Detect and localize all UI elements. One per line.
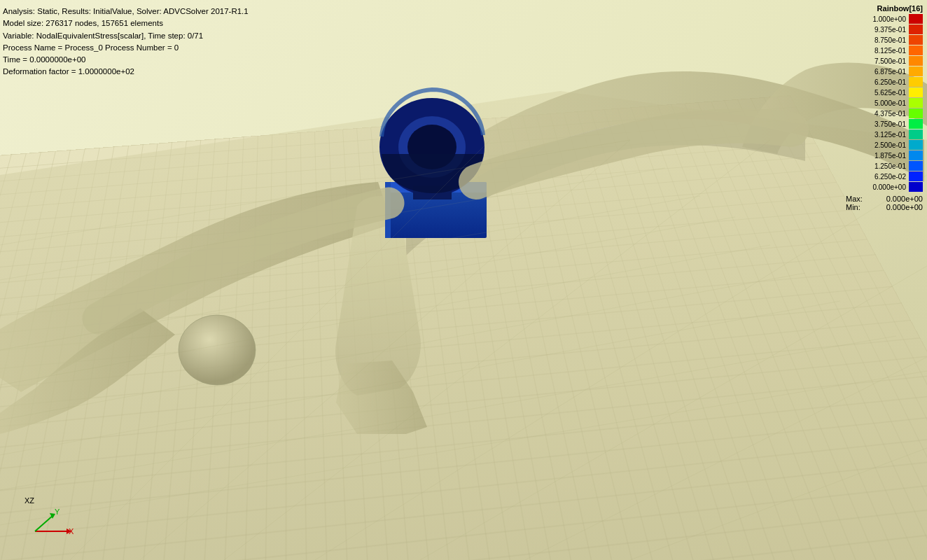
- legend-entry: 6.250e-01: [846, 77, 923, 87]
- legend-entry: 3.125e-01: [846, 130, 923, 139]
- legend-entry-label: 2.500e-01: [860, 141, 906, 149]
- min-value: 0.000e+00: [886, 203, 923, 211]
- legend-stats: Max: 0.000e+00 Min: 0.000e+00: [846, 195, 923, 211]
- legend-entry: 3.750e-01: [846, 119, 923, 129]
- legend-entry-label: 1.250e-01: [860, 162, 906, 170]
- legend-entry: 2.500e-01: [846, 140, 923, 150]
- legend-entry: 8.750e-01: [846, 35, 923, 45]
- legend-entry: 1.250e-01: [846, 161, 923, 171]
- info-overlay: Analysis: Static, Results: InitialValue,…: [3, 6, 249, 78]
- legend-entry-label: 8.125e-01: [860, 47, 906, 55]
- legend-color-swatch: [909, 24, 923, 34]
- xz-label: XZ: [25, 496, 34, 505]
- max-value: 0.000e+00: [886, 195, 923, 203]
- deformation-line: Deformation factor = 1.0000000e+02: [3, 66, 249, 78]
- legend-color-swatch: [909, 56, 923, 66]
- svg-text:X: X: [69, 527, 74, 536]
- legend-entry-label: 6.250e-02: [860, 173, 906, 181]
- legend-entry-label: 0.000e+00: [860, 183, 906, 191]
- axis-indicator: XZ X Y: [21, 495, 77, 546]
- legend-entry: 1.875e-01: [846, 150, 923, 160]
- legend-entry-label: 9.375e-01: [860, 26, 906, 34]
- legend-color-swatch: [909, 140, 923, 150]
- legend-entry-label: 3.750e-01: [860, 120, 906, 128]
- legend-entry: 1.000e+00: [846, 14, 923, 24]
- legend-color-swatch: [909, 14, 923, 24]
- ball-joint-left: [179, 315, 256, 385]
- time-line: Time = 0.0000000e+00: [3, 54, 249, 66]
- legend-entry: 9.375e-01: [846, 24, 923, 34]
- legend-entry-label: 7.500e-01: [860, 57, 906, 65]
- legend-entry-label: 5.000e-01: [860, 99, 906, 107]
- legend-color-swatch: [909, 182, 923, 192]
- legend-entries: 1.000e+009.375e-018.750e-018.125e-017.50…: [846, 14, 923, 192]
- scene-svg: [0, 0, 927, 560]
- legend-color-swatch: [909, 119, 923, 129]
- max-label: Max:: [846, 195, 863, 203]
- legend-color-swatch: [909, 150, 923, 160]
- legend-entry-label: 6.250e-01: [860, 78, 906, 86]
- legend-entry: 7.500e-01: [846, 56, 923, 66]
- legend-entry-label: 3.125e-01: [860, 131, 906, 139]
- process-line: Process Name = Process_0 Process Number …: [3, 42, 249, 54]
- legend-entry-label: 8.750e-01: [860, 36, 906, 44]
- legend-entry: 4.375e-01: [846, 108, 923, 118]
- legend-color-swatch: [909, 98, 923, 108]
- legend-entry: 0.000e+00: [846, 182, 923, 192]
- analysis-line: Analysis: Static, Results: InitialValue,…: [3, 6, 249, 18]
- legend-entry-label: 1.000e+00: [860, 15, 906, 23]
- model-size-line: Model size: 276317 nodes, 157651 element…: [3, 18, 249, 29]
- legend-title: Rainbow[16]: [846, 4, 923, 13]
- legend-entry-label: 1.875e-01: [860, 152, 906, 160]
- legend-color-swatch: [909, 66, 923, 76]
- legend-entry: 5.625e-01: [846, 88, 923, 97]
- viewport: Analysis: Static, Results: InitialValue,…: [0, 0, 927, 560]
- legend-color-swatch: [909, 77, 923, 87]
- svg-text:Y: Y: [55, 507, 60, 516]
- legend-entry: 5.000e-01: [846, 98, 923, 108]
- legend-color-swatch: [909, 108, 923, 118]
- variable-line: Variable: NodalEquivalentStress[scalar],…: [3, 30, 249, 42]
- legend-color-swatch: [909, 46, 923, 55]
- legend-entry-label: 4.375e-01: [860, 110, 906, 118]
- legend-color-swatch: [909, 161, 923, 171]
- legend-color-swatch: [909, 35, 923, 45]
- legend-color-swatch: [909, 130, 923, 139]
- legend-entry: 6.875e-01: [846, 66, 923, 76]
- svg-line-19: [35, 516, 53, 531]
- min-label: Min:: [846, 203, 860, 211]
- legend-entry: 8.125e-01: [846, 46, 923, 55]
- legend-entry-label: 5.625e-01: [860, 89, 906, 97]
- legend-entry-label: 6.875e-01: [860, 68, 906, 76]
- color-legend: Rainbow[16] 1.000e+009.375e-018.750e-018…: [846, 4, 923, 211]
- legend-color-swatch: [909, 172, 923, 181]
- legend-color-swatch: [909, 88, 923, 97]
- legend-entry: 6.250e-02: [846, 172, 923, 181]
